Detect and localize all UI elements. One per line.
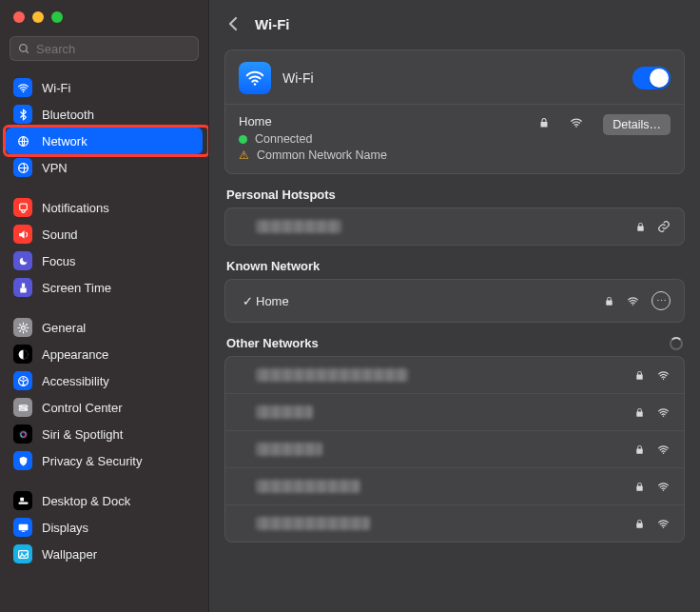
sidebar-item-sound[interactable]: Sound [6, 221, 203, 247]
wifi-toggle[interactable] [632, 67, 671, 89]
svg-point-31 [663, 489, 665, 491]
close-window-button[interactable] [13, 11, 25, 23]
wifi-signal-icon [656, 369, 671, 382]
sidebar-item-screentime[interactable]: Screen Time [6, 274, 203, 301]
sidebar-item-displays[interactable]: Displays [6, 514, 203, 541]
sidebar-item-label: Privacy & Security [42, 454, 142, 468]
sidebar-item-label: Accessibility [42, 374, 109, 388]
hotspots-list [224, 207, 685, 246]
svg-point-27 [632, 304, 634, 306]
sidebar-item-vpn[interactable]: VPN [6, 154, 203, 181]
section-other-label: Other Networks [226, 336, 319, 350]
loading-spinner-icon [670, 337, 683, 350]
sidebar-list: Wi-FiBluetoothNetworkVPNNotificationsSou… [0, 70, 208, 581]
sidebar-item-bluetooth[interactable]: Bluetooth [6, 101, 203, 128]
known-network-list: ✓Home⋯ [224, 279, 685, 323]
details-button[interactable]: Details… [603, 114, 671, 135]
wifi-signal-icon [656, 481, 671, 493]
focus-icon [13, 251, 32, 270]
lock-icon [538, 116, 550, 129]
sidebar-item-network[interactable]: Network [6, 128, 203, 154]
svg-rect-22 [21, 530, 24, 531]
wifi-signal-icon [626, 295, 640, 307]
screentime-icon [13, 278, 32, 297]
search-input[interactable] [36, 42, 190, 56]
sidebar-item-notifications[interactable]: Notifications [6, 194, 203, 221]
sidebar-item-label: VPN [42, 161, 68, 175]
wifi-card-title: Wi-Fi [282, 70, 314, 86]
sidebar-item-desktop[interactable]: Desktop & Dock [6, 487, 203, 514]
section-known-label: Known Network [226, 259, 683, 273]
wifi-card: Wi-Fi Home Connected ⚠ Common Network Na… [224, 49, 685, 174]
page-title: Wi-Fi [255, 16, 290, 32]
svg-point-30 [663, 452, 665, 454]
sidebar-item-controlcenter[interactable]: Control Center [6, 394, 203, 421]
wallpaper-icon [13, 544, 32, 563]
siri-icon [13, 424, 32, 444]
other-network-row[interactable] [225, 357, 684, 393]
sidebar-item-label: Bluetooth [42, 108, 94, 122]
displays-icon [13, 518, 32, 537]
svg-point-28 [663, 378, 665, 380]
accessibility-icon [13, 371, 32, 390]
svg-point-11 [22, 377, 24, 379]
sidebar-item-wallpaper[interactable]: Wallpaper [6, 541, 203, 567]
network-icon [13, 131, 32, 150]
status-dot-icon [239, 135, 247, 144]
main-panel: Wi-Fi Wi-Fi Home Connected [209, 0, 700, 612]
sidebar-item-privacy[interactable]: Privacy & Security [6, 447, 203, 474]
svg-point-14 [20, 405, 22, 407]
sidebar-item-label: Wi-Fi [42, 81, 70, 95]
svg-point-0 [20, 44, 28, 51]
sidebar-item-label: Siri & Spotlight [42, 427, 123, 442]
known-network-row[interactable]: ✓Home⋯ [225, 280, 684, 322]
svg-point-26 [575, 126, 577, 128]
sidebar-item-label: Notifications [42, 201, 109, 215]
lock-icon [634, 406, 645, 419]
sidebar-item-label: Focus [42, 254, 75, 268]
sidebar-item-general[interactable]: General [6, 314, 203, 341]
sidebar-item-wifi[interactable]: Wi-Fi [6, 74, 203, 101]
wifi-icon [239, 62, 271, 94]
other-network-row[interactable] [225, 467, 684, 504]
sidebar: Wi-FiBluetoothNetworkVPNNotificationsSou… [0, 0, 209, 612]
sound-icon [13, 225, 32, 244]
link-icon [657, 220, 671, 233]
other-network-row[interactable] [225, 393, 684, 430]
sidebar-item-label: Desktop & Dock [42, 494, 130, 508]
warning-icon: ⚠ [239, 148, 249, 162]
search-icon [18, 43, 30, 55]
back-button[interactable] [223, 13, 243, 34]
svg-point-16 [18, 429, 28, 439]
other-network-row[interactable] [225, 430, 684, 467]
sidebar-item-label: Appearance [42, 347, 108, 362]
current-network-name: Home [239, 114, 527, 128]
svg-rect-7 [20, 287, 27, 292]
network-name-redacted [256, 480, 360, 493]
controlcenter-icon [13, 398, 32, 417]
warning-text: Common Network Name [257, 148, 387, 162]
svg-rect-5 [19, 204, 27, 210]
svg-point-2 [22, 90, 24, 92]
sidebar-item-accessibility[interactable]: Accessibility [6, 367, 203, 394]
search-field[interactable] [10, 36, 199, 61]
svg-rect-12 [19, 405, 28, 406]
network-name-redacted [256, 368, 408, 382]
known-network-name: Home [256, 294, 289, 308]
lock-icon [634, 444, 645, 456]
check-icon: ✓ [239, 294, 256, 308]
svg-point-25 [254, 83, 257, 86]
minimize-window-button[interactable] [32, 11, 44, 23]
hotspot-row[interactable] [225, 208, 684, 245]
section-hotspots-label: Personal Hotspots [226, 188, 683, 202]
network-name-redacted [256, 443, 322, 456]
sidebar-item-label: Screen Time [42, 281, 111, 295]
hotspot-name-redacted [256, 220, 341, 233]
fullscreen-window-button[interactable] [51, 11, 63, 23]
other-network-row[interactable] [225, 504, 684, 542]
sidebar-item-focus[interactable]: Focus [6, 247, 203, 274]
more-options-button[interactable]: ⋯ [651, 291, 671, 310]
network-name-redacted [256, 517, 370, 530]
sidebar-item-appearance[interactable]: Appearance [6, 341, 203, 367]
sidebar-item-siri[interactable]: Siri & Spotlight [6, 421, 203, 447]
